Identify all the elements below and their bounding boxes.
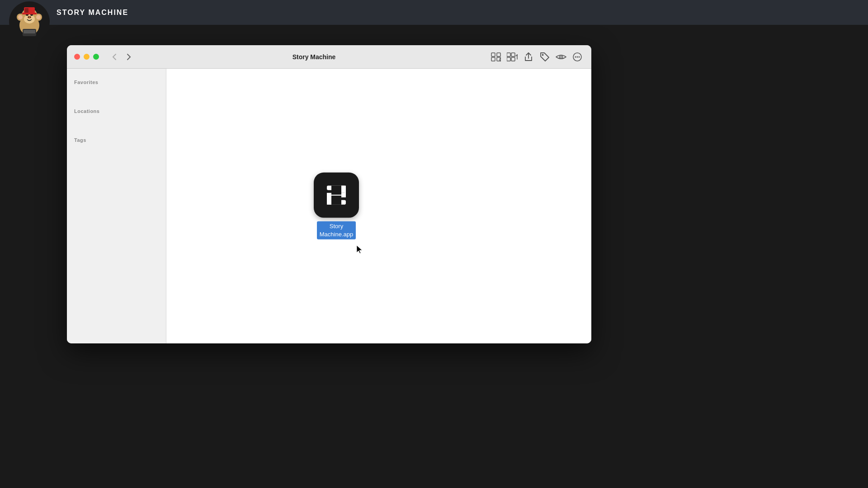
- menu-bar: STORY MACHINE: [0, 0, 868, 25]
- svg-point-4: [18, 15, 23, 19]
- svg-point-12: [28, 16, 29, 17]
- menu-bar-title: STORY MACHINE: [57, 9, 128, 17]
- forward-button[interactable]: [123, 51, 135, 63]
- svg-rect-25: [507, 57, 510, 61]
- svg-rect-42: [331, 186, 341, 195]
- toolbar-actions: [489, 50, 584, 64]
- story-machine-icon-svg: [321, 179, 352, 211]
- svg-rect-21: [491, 57, 495, 61]
- app-label-line1: Story: [320, 222, 353, 230]
- sidebar-locations-label: Locations: [67, 105, 166, 116]
- app-icon-container[interactable]: Story Machine.app: [314, 173, 359, 239]
- svg-rect-19: [491, 53, 495, 56]
- more-options-icon: [572, 52, 582, 62]
- svg-point-33: [577, 56, 578, 57]
- view-options-icon: [491, 52, 501, 61]
- more-options-button[interactable]: [571, 50, 584, 64]
- app-logo: [9, 1, 50, 42]
- back-button[interactable]: [108, 51, 121, 63]
- cursor-icon: [356, 245, 363, 254]
- svg-rect-43: [331, 196, 341, 205]
- app-label-line2: Machine.app: [320, 230, 353, 239]
- svg-rect-23: [507, 53, 510, 56]
- svg-rect-24: [511, 53, 515, 56]
- finder-toolbar: Story Machine: [67, 45, 591, 69]
- tag-button[interactable]: [538, 50, 552, 64]
- svg-point-5: [36, 15, 41, 19]
- eye-icon: [556, 53, 566, 61]
- svg-point-13: [30, 16, 31, 17]
- share-button[interactable]: [522, 50, 535, 64]
- finder-sidebar: Favorites Locations Tags: [67, 69, 166, 343]
- monkey-icon: [11, 4, 47, 40]
- svg-rect-20: [497, 53, 500, 56]
- maximize-button[interactable]: [93, 54, 99, 60]
- svg-point-30: [561, 56, 562, 57]
- finder-content: Story Machine.app: [166, 69, 591, 343]
- view-options-button[interactable]: [489, 50, 503, 64]
- forward-icon: [127, 53, 131, 61]
- minimize-button[interactable]: [84, 54, 90, 60]
- svg-rect-15: [22, 13, 37, 14]
- svg-point-34: [579, 56, 580, 57]
- tag-icon: [540, 52, 550, 62]
- svg-rect-26: [511, 57, 515, 61]
- finder-window: Story Machine: [67, 45, 591, 343]
- svg-rect-16: [25, 8, 28, 13]
- share-icon: [524, 52, 533, 62]
- app-icon-label: Story Machine.app: [317, 221, 356, 239]
- preview-button[interactable]: [554, 50, 568, 64]
- arrange-button[interactable]: [505, 50, 519, 64]
- close-button[interactable]: [74, 54, 80, 60]
- finder-body: Favorites Locations Tags: [67, 69, 591, 343]
- toolbar-nav: [108, 51, 135, 63]
- window-controls: [74, 54, 99, 60]
- sidebar-favorites-label: Favorites: [67, 76, 166, 87]
- app-icon: [314, 173, 359, 218]
- svg-point-28: [542, 54, 544, 56]
- arrange-icon: [507, 52, 518, 61]
- svg-point-32: [575, 56, 576, 57]
- sidebar-tags-label: Tags: [67, 134, 166, 145]
- toolbar-title: Story Machine: [143, 53, 485, 61]
- background-left: [0, 25, 67, 488]
- svg-rect-18: [24, 30, 35, 33]
- back-icon: [112, 53, 117, 61]
